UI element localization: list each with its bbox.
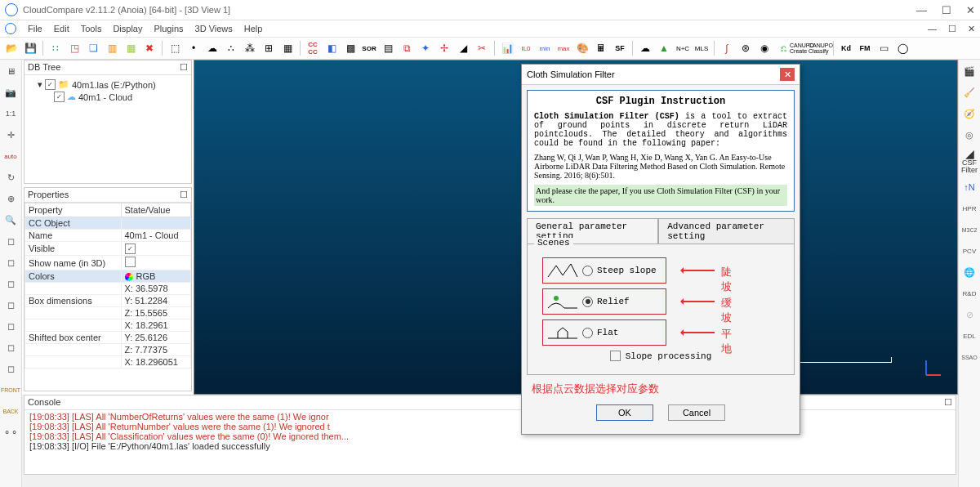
scene-radio[interactable] — [582, 266, 593, 276]
csf-filter-button[interactable]: ◢CSF Filter — [959, 148, 980, 174]
app-menu-icon[interactable] — [5, 23, 16, 34]
hpr-icon[interactable]: HPR — [961, 200, 978, 217]
delete-icon[interactable]: ✖ — [141, 40, 158, 56]
property-row[interactable]: ColorsRGB — [25, 270, 191, 283]
refresh-icon[interactable]: ↻ — [2, 169, 19, 185]
tab-advanced[interactable]: Advanced parameter setting — [658, 218, 795, 244]
scene-option-steep[interactable]: Steep slope陡坡 — [542, 257, 666, 284]
grid3-icon[interactable]: ▩ — [342, 40, 359, 56]
globe-icon[interactable]: 🌐 — [961, 264, 978, 280]
close-button[interactable]: ✕ — [966, 4, 975, 16]
sphere-icon[interactable]: ◯ — [894, 40, 911, 56]
front-label-icon[interactable]: FRONT — [2, 382, 19, 398]
menu-tools[interactable]: Tools — [81, 24, 102, 34]
view-iso1-icon[interactable]: ◻ — [2, 339, 19, 355]
scene-radio[interactable] — [582, 328, 593, 338]
maximize-button[interactable]: ☐ — [942, 4, 951, 16]
inner-minimize-button[interactable]: — — [928, 24, 937, 34]
sor-icon[interactable]: SOR — [361, 40, 377, 56]
dots-icon[interactable]: ∴ — [223, 40, 239, 56]
slope-checkbox[interactable] — [610, 351, 621, 361]
view-iso2-icon[interactable]: ◻ — [2, 360, 19, 377]
properties-pin-icon[interactable]: ☐ — [180, 190, 188, 200]
menu-plugins[interactable]: Plugins — [154, 24, 183, 34]
expand-icon[interactable]: ▾ — [38, 79, 42, 90]
view-back-icon[interactable]: ◻ — [2, 297, 19, 313]
cloud-plugin-icon[interactable]: ☁ — [637, 40, 653, 56]
segment-icon[interactable]: ✂ — [474, 40, 490, 56]
cc-icon[interactable]: CCCC — [305, 40, 321, 56]
view-front-icon[interactable]: ◻ — [2, 254, 19, 270]
inner-close-button[interactable]: ✕ — [968, 24, 975, 34]
classify-icon[interactable]: CANUPOClassify — [813, 40, 829, 56]
scale-1-1-icon[interactable]: 1:1 — [2, 105, 19, 122]
tree-file-row[interactable]: ▾ ✓ 📁 40m1.las (E:/Python) — [26, 78, 189, 91]
property-row[interactable]: Show name (in 3D) — [25, 256, 191, 270]
back-label-icon[interactable]: BACK — [2, 403, 19, 419]
rgb-icon[interactable]: R&D — [961, 285, 978, 302]
il0-icon[interactable]: IL0 — [518, 40, 534, 56]
ok-button[interactable]: OK — [596, 404, 653, 421]
eraser-icon[interactable]: ◢ — [455, 40, 471, 56]
crosshair-icon[interactable]: ✛ — [2, 127, 19, 143]
minimize-button[interactable]: — — [916, 4, 927, 16]
menu-3dviews[interactable]: 3D Views — [195, 24, 233, 34]
max-icon[interactable]: max — [555, 40, 572, 56]
cloud-checkbox[interactable]: ✓ — [54, 92, 65, 102]
compass2-icon[interactable]: 🧭 — [961, 105, 978, 122]
pick-rotation-icon[interactable]: ⊕ — [2, 190, 19, 207]
calc-icon[interactable]: 🖩 — [593, 40, 609, 56]
property-row[interactable]: X: 36.5978 — [25, 283, 191, 295]
box-icon[interactable]: ▭ — [875, 40, 892, 56]
file-checkbox[interactable]: ✓ — [45, 79, 56, 90]
property-row[interactable]: X: 18.2961 — [25, 319, 191, 332]
property-row[interactable]: Box dimensionsY: 51.2284 — [25, 295, 191, 307]
view-side-icon[interactable]: ◻ — [2, 275, 19, 292]
mls-icon[interactable]: MLS — [693, 40, 710, 56]
wire-icon[interactable]: ⎌ — [775, 40, 791, 56]
save-icon[interactable]: 💾 — [22, 40, 38, 56]
scatter-icon[interactable]: ⁂ — [242, 40, 258, 56]
kd-icon[interactable]: Kd — [838, 40, 854, 56]
mesh-plugin-icon[interactable]: ▲ — [656, 40, 672, 56]
broom-icon[interactable]: 🧹 — [961, 84, 978, 101]
property-row[interactable]: Name40m1 - Cloud — [25, 230, 191, 242]
auto-icon[interactable]: auto — [2, 148, 19, 164]
property-row[interactable]: Shifted box centerY: 25.6126 — [25, 332, 191, 344]
open-icon[interactable]: 📂 — [3, 40, 20, 56]
nc-icon[interactable]: N+C — [675, 40, 691, 56]
console-pin-icon[interactable]: ☐ — [944, 397, 952, 408]
property-row[interactable]: CC Object — [25, 217, 191, 230]
3d-viewport[interactable]: 15 Cloth Simulation Filter ✕ CSF Plugin … — [194, 60, 958, 395]
property-row[interactable]: Z: 15.5565 — [25, 307, 191, 319]
target-icon[interactable]: ◎ — [961, 127, 978, 143]
edl-icon[interactable]: EDL — [961, 328, 978, 344]
menu-file[interactable]: File — [28, 24, 42, 34]
pick-icon[interactable]: ⬚ — [167, 40, 183, 56]
scene-option-relief[interactable]: Relief缓坡 — [542, 288, 666, 315]
db-tree-pin-icon[interactable]: ☐ — [180, 62, 188, 73]
palette-icon[interactable]: 🎨 — [574, 40, 590, 56]
histogram-icon[interactable]: 📊 — [499, 40, 515, 56]
cancel-button[interactable]: Cancel — [668, 404, 725, 421]
register-icon[interactable]: ✦ — [417, 40, 434, 56]
property-row[interactable]: X: 18.296051 — [25, 356, 191, 369]
align-icon[interactable]: ✢ — [436, 40, 452, 56]
scene-radio[interactable] — [582, 297, 593, 307]
point-icon[interactable]: • — [185, 40, 202, 56]
voxel-icon[interactable]: ▤ — [380, 40, 396, 56]
m3c2-icon[interactable]: M3C2 — [961, 221, 978, 238]
view-top-icon[interactable]: ◻ — [2, 233, 19, 249]
merge-icon[interactable]: ⧉ — [399, 40, 415, 56]
zoom-icon[interactable]: 🔍 — [2, 212, 19, 228]
create-icon[interactable]: CANUPOCreate — [794, 40, 810, 56]
sf-icon[interactable]: ▦ — [122, 40, 139, 56]
view-bottom-icon[interactable]: ◻ — [2, 318, 19, 334]
normals-icon[interactable]: ❏ — [85, 40, 101, 56]
inner-maximize-button[interactable]: ☐ — [948, 24, 956, 34]
cloud-icon[interactable]: ☁ — [204, 40, 220, 56]
grid2-icon[interactable]: ▦ — [279, 40, 296, 56]
fm-icon[interactable]: FM — [857, 40, 873, 56]
monitor-icon[interactable]: 🖥 — [2, 63, 19, 79]
grid-icon[interactable]: ⊞ — [261, 40, 277, 56]
